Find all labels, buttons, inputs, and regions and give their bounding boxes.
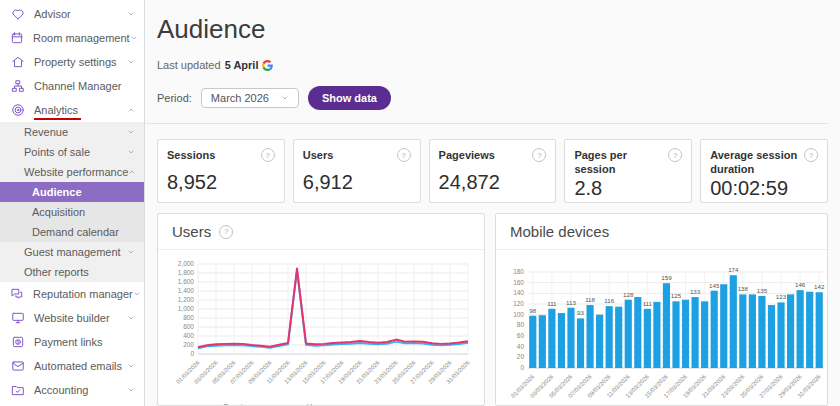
svg-text:142: 142	[814, 283, 825, 290]
last-updated-date: 5 April	[225, 59, 259, 71]
kpi-card-sessions: Sessions?8,952	[157, 139, 285, 203]
svg-text:120: 120	[513, 300, 524, 307]
svg-text:123: 123	[776, 293, 787, 300]
bar-12/03/2026	[634, 297, 641, 368]
mobile-devices-bar-chart: 0204060801001201401601809811111393118116…	[500, 256, 828, 406]
svg-text:98: 98	[529, 307, 536, 314]
kpi-value: 6,912	[303, 171, 411, 194]
sidebar-item-label: Payment links	[34, 336, 135, 348]
chevron-down-icon	[127, 8, 135, 20]
sidebar-item-label: Revenue	[24, 126, 127, 138]
folder-icon	[10, 383, 25, 398]
chevron-down-icon	[127, 360, 135, 372]
bar-04/03/2026	[558, 313, 565, 368]
sidebar-item-reputation-manager[interactable]: Reputation manager	[0, 282, 144, 306]
sidebar-item-automated-emails[interactable]: Automated emails	[0, 354, 144, 378]
last-updated: Last updated 5 April	[157, 59, 828, 71]
svg-text:1,800: 1,800	[178, 269, 195, 276]
kpi-label: Users	[303, 148, 334, 162]
period-label: Period:	[157, 92, 192, 104]
sidebar-item-channel-manager[interactable]: Channel Manager	[0, 74, 144, 98]
advisor-icon	[10, 7, 25, 22]
sidebar-item-points-of-sale[interactable]: Points of sale	[0, 142, 144, 162]
sidebar-item-label: Guest management	[24, 246, 127, 258]
svg-text:113: 113	[566, 299, 576, 306]
period-row: Period: March 2026 Show data	[157, 86, 828, 110]
chevron-down-icon	[127, 312, 135, 324]
legend-item-users[interactable]: Users	[281, 402, 327, 406]
bar-20/03/2026	[711, 291, 718, 368]
kpi-card-pages-per-session: Pages per session?2.8	[564, 139, 692, 203]
bar-31/03/2026	[816, 292, 823, 368]
sidebar-item-analytics[interactable]: Analytics	[0, 98, 144, 122]
svg-text:138: 138	[738, 285, 749, 292]
users-line-chart: 02004006008001,0001,2001,4001,6001,8002,…	[162, 256, 476, 396]
bar-19/03/2026	[701, 301, 708, 368]
bar-17/03/2026	[682, 300, 689, 368]
sidebar-item-label: Acquisition	[32, 206, 135, 218]
google-icon	[262, 60, 273, 71]
help-icon[interactable]: ?	[668, 148, 682, 162]
mail-icon	[10, 359, 25, 374]
sidebar-item-payment-links[interactable]: Payment links	[0, 330, 144, 354]
sidebar-item-demand-calendar[interactable]: Demand calendar	[0, 222, 144, 242]
bar-02/03/2026	[539, 315, 546, 368]
svg-text:133: 133	[690, 288, 701, 295]
sidebar-item-website-performance[interactable]: Website performance	[0, 162, 144, 182]
sidebar-item-website-builder[interactable]: Website builder	[0, 306, 144, 330]
svg-text:60: 60	[517, 332, 525, 339]
help-icon[interactable]: ?	[532, 148, 546, 162]
bar-03/03/2026	[548, 309, 555, 368]
help-icon[interactable]: ?	[261, 148, 275, 162]
bar-09/03/2026	[606, 306, 613, 368]
bar-05/03/2026	[567, 308, 574, 368]
help-icon[interactable]: ?	[219, 225, 233, 239]
sidebar-item-accounting[interactable]: Accounting	[0, 378, 144, 402]
last-updated-prefix: Last updated	[157, 59, 221, 71]
sidebar-item-label: Advisor	[34, 8, 127, 20]
analytics-underline-annotation	[34, 118, 81, 120]
kpi-label: Pageviews	[439, 148, 495, 162]
svg-text:1,000: 1,000	[178, 305, 195, 312]
target-icon	[10, 103, 25, 118]
svg-text:1,200: 1,200	[178, 296, 195, 303]
bar-15/03/2026	[663, 283, 670, 368]
sidebar-item-room-management[interactable]: Room management	[0, 26, 144, 50]
period-select-value: March 2026	[211, 92, 269, 104]
sidebar-item-label: Points of sale	[24, 146, 127, 158]
legend-item-sessions[interactable]: Sessions	[198, 402, 255, 406]
svg-text:111: 111	[547, 300, 557, 307]
show-data-button[interactable]: Show data	[308, 86, 391, 110]
chevron-down-icon	[127, 126, 135, 138]
svg-text:400: 400	[183, 332, 194, 339]
sidebar-item-label: Accounting	[34, 384, 127, 396]
chevron-down-icon	[127, 146, 135, 158]
payment-icon	[10, 335, 25, 350]
kpi-label: Pages per session	[574, 148, 664, 177]
house-icon	[10, 55, 25, 70]
svg-text:80: 80	[517, 321, 525, 328]
svg-text:200: 200	[183, 341, 194, 348]
period-select[interactable]: March 2026	[201, 88, 299, 108]
svg-text:40: 40	[517, 343, 525, 350]
monitor-icon	[10, 311, 25, 326]
sidebar-item-acquisition[interactable]: Acquisition	[0, 202, 144, 222]
svg-text:118: 118	[585, 296, 595, 303]
kpi-value: 00:02:59	[710, 177, 818, 200]
sidebar-item-guest-management[interactable]: Guest management	[0, 242, 144, 262]
sidebar-item-advisor[interactable]: Advisor	[0, 2, 144, 26]
sidebar-item-other-reports[interactable]: Other reports	[0, 262, 144, 282]
help-icon[interactable]: ?	[804, 148, 818, 162]
sidebar-item-revenue[interactable]: Revenue	[0, 122, 144, 142]
sidebar-item-property-settings[interactable]: Property settings	[0, 50, 144, 74]
sidebar-item-audience[interactable]: Audience	[0, 182, 144, 202]
svg-text:1,400: 1,400	[178, 287, 195, 294]
svg-text:135: 135	[757, 287, 768, 294]
svg-text:180: 180	[513, 268, 524, 275]
bar-22/03/2026	[730, 275, 737, 368]
bar-18/03/2026	[692, 297, 699, 368]
kpi-value: 24,872	[439, 171, 547, 194]
chevron-down-icon	[127, 384, 135, 396]
help-icon[interactable]: ?	[397, 148, 411, 162]
svg-text:0: 0	[190, 350, 194, 357]
